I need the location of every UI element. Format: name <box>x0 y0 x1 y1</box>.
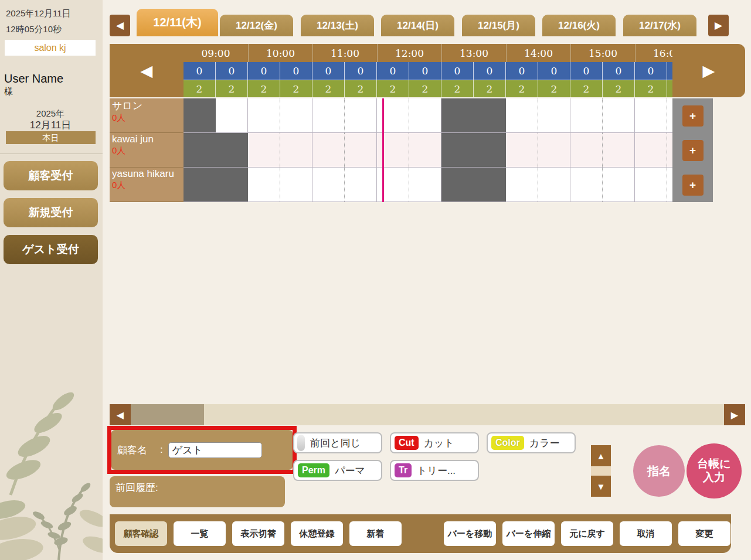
scrollbar-right-icon[interactable]: ▶ <box>724 404 745 425</box>
scrollbar-left-icon[interactable]: ◀ <box>110 404 131 425</box>
closed-block <box>183 133 248 167</box>
service-badge-cut: Cut <box>395 436 419 449</box>
available-count-cell: 2 <box>570 80 603 97</box>
hour-label: 09:00 <box>183 44 248 62</box>
time-slot[interactable] <box>409 168 441 202</box>
reserved-count-cell: 0 <box>506 62 538 80</box>
ledger-entry-button[interactable]: 台帳に 入力 <box>687 443 742 498</box>
service-label: パーマ <box>335 464 365 477</box>
time-slot[interactable] <box>312 133 345 167</box>
service-button-tr[interactable]: Trトリー... <box>390 460 479 481</box>
sidebar-button-customer-reception[interactable]: 顧客受付 <box>4 161 98 190</box>
available-count-row: 222222222222222 <box>183 80 672 97</box>
schedule-scroll-left-icon[interactable]: ◀ <box>110 44 183 97</box>
add-reservation-button[interactable]: + <box>682 140 704 161</box>
time-slot[interactable] <box>345 98 377 132</box>
toolbar-left-group: 顧客確認一覧表示切替休憩登録新着 <box>115 521 402 546</box>
staff-count: 0人 <box>112 180 181 191</box>
time-slot[interactable] <box>506 133 538 167</box>
staff-scroll-up-icon[interactable]: ▲ <box>591 445 611 466</box>
date-tab-3[interactable]: 12/13(土) <box>301 15 374 36</box>
sidebar-button-new-reception[interactable]: 新規受付 <box>4 198 98 227</box>
reserved-count-cell: 0 <box>409 62 441 80</box>
reserved-count-cell: 0 <box>312 62 345 80</box>
time-slot[interactable] <box>603 98 635 132</box>
schedule-grid <box>183 98 672 202</box>
time-slot[interactable] <box>248 168 280 202</box>
toolbar-list[interactable]: 一覧 <box>174 521 226 546</box>
time-slot[interactable] <box>570 98 603 132</box>
time-slot[interactable] <box>538 133 570 167</box>
time-slot[interactable] <box>280 168 312 202</box>
time-slot[interactable] <box>280 133 312 167</box>
reserved-count-cell: 0 <box>441 62 474 80</box>
schedule-row <box>183 168 672 202</box>
available-count-cell: 2 <box>216 80 248 97</box>
customer-name-separator: : <box>160 444 163 456</box>
staff-count: 0人 <box>112 112 181 124</box>
toolbar-display-toggle[interactable]: 表示切替 <box>232 521 284 546</box>
staff-scroll-down-icon[interactable]: ▼ <box>591 476 611 497</box>
time-slot[interactable] <box>312 98 345 132</box>
time-slot[interactable] <box>506 168 538 202</box>
date-tabs-next-icon[interactable]: ▶ <box>708 15 729 36</box>
toolbar-customer-check[interactable]: 顧客確認 <box>115 521 167 546</box>
today-button[interactable]: 本日 <box>6 131 96 144</box>
toolbar-undo[interactable]: 元に戻す <box>561 521 613 546</box>
time-slot[interactable] <box>248 133 280 167</box>
date-tab-7[interactable]: 12/17(水) <box>623 15 696 36</box>
add-reservation-button[interactable]: + <box>682 105 704 127</box>
sidebar-button-guest-reception[interactable]: ゲスト受付 <box>4 235 98 264</box>
date-tab-4[interactable]: 12/14(日) <box>381 15 454 36</box>
scrollbar-thumb[interactable] <box>131 404 204 425</box>
date-tab-2[interactable]: 12/12(金) <box>220 15 293 36</box>
toolbar-break-register[interactable]: 休憩登録 <box>291 521 343 546</box>
service-button-cut[interactable]: Cutカット <box>390 432 479 453</box>
date-tab-5[interactable]: 12/15(月) <box>462 15 535 36</box>
time-slot[interactable] <box>312 168 345 202</box>
toolbar-change[interactable]: 変更 <box>678 521 730 546</box>
date-tabs-prev-icon[interactable]: ◀ <box>110 15 130 36</box>
toolbar-bar-resize[interactable]: バーを伸縮 <box>502 521 555 546</box>
available-count-cell: 2 <box>345 80 377 97</box>
service-button-same[interactable]: 前回と同じ <box>293 432 382 453</box>
available-count-cell: 2 <box>183 80 216 97</box>
time-slot[interactable] <box>538 168 570 202</box>
time-slot[interactable] <box>538 98 570 132</box>
time-slot[interactable] <box>216 98 248 132</box>
time-slot[interactable] <box>635 98 667 132</box>
time-slot[interactable] <box>409 98 441 132</box>
schedule-scroll-right-icon[interactable]: ▶ <box>672 44 745 97</box>
available-count-cell: 2 <box>377 80 409 97</box>
customer-name-label: 顧客名 <box>117 443 147 457</box>
toolbar-bar-move[interactable]: バーを移動 <box>444 521 496 546</box>
date-tab-6[interactable]: 12/16(火) <box>542 15 616 36</box>
toolbar-new-arrivals[interactable]: 新着 <box>349 521 402 546</box>
time-slot[interactable] <box>635 133 667 167</box>
add-reservation-button[interactable]: + <box>682 175 704 196</box>
toolbar-cancel[interactable]: 取消 <box>620 521 672 546</box>
time-slot[interactable] <box>280 98 312 132</box>
time-slot[interactable] <box>570 168 603 202</box>
horizontal-scrollbar[interactable]: ◀ ▶ <box>110 404 745 425</box>
sidebar-divider <box>0 153 103 154</box>
add-reservation-column: +++ <box>672 98 713 202</box>
time-slot[interactable] <box>603 168 635 202</box>
time-slot[interactable] <box>635 168 667 202</box>
leaf-decoration <box>0 375 103 560</box>
time-slot[interactable] <box>248 98 280 132</box>
time-slot[interactable] <box>409 133 441 167</box>
time-slot[interactable] <box>345 168 377 202</box>
service-button-perm[interactable]: Permパーマ <box>293 460 382 481</box>
time-slot[interactable] <box>570 133 603 167</box>
customer-name-input[interactable] <box>168 442 262 458</box>
reserved-count-cell: 0 <box>248 62 280 80</box>
time-slot[interactable] <box>345 133 377 167</box>
time-slot[interactable] <box>603 133 635 167</box>
service-button-color[interactable]: Colorカラー <box>487 432 576 453</box>
date-tab-1[interactable]: 12/11(木) <box>137 9 218 36</box>
hour-label: 12:00 <box>377 44 441 62</box>
service-label: カラー <box>529 436 560 450</box>
nomination-button[interactable]: 指名 <box>633 445 685 497</box>
time-slot[interactable] <box>506 98 538 132</box>
